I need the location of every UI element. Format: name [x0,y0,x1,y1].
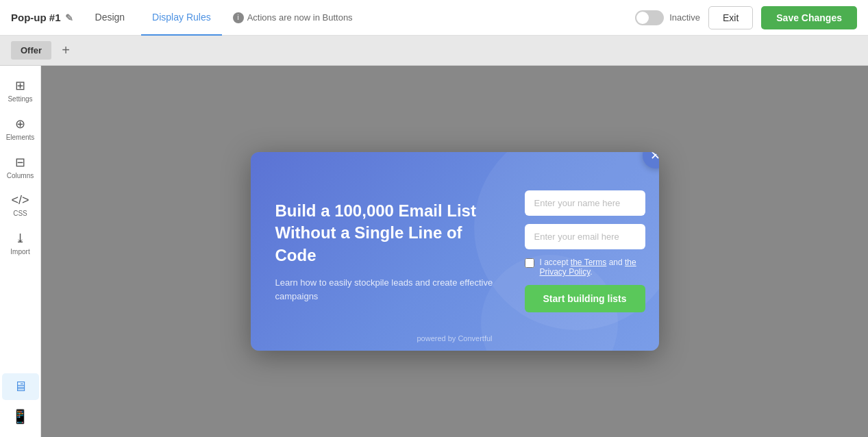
device-switchers: 🖥 📱 [2,373,39,437]
toggle-label: Inactive [669,12,700,23]
canvas[interactable]: Build a 100,000 Email List Without a Sin… [41,66,868,437]
add-offer-button[interactable]: + [57,42,75,60]
popup-right-panel: I accept the Terms and the Privacy Polic… [515,152,659,351]
columns-icon: ⊟ [15,155,25,170]
popup-title-text: Pop-up #1 [11,12,61,23]
popup-subtext: Learn how to easily stockpile leads and … [275,276,496,303]
mobile-view-button[interactable]: 📱 [2,403,39,430]
sidebar-item-import[interactable]: ⤓ Import [2,225,39,261]
terms-checkbox[interactable] [525,258,534,268]
actions-notice: i Actions are now in Buttons [233,12,353,23]
exit-button[interactable]: Exit [708,6,753,29]
popup-headline: Build a 100,000 Email List Without a Sin… [275,200,496,266]
sidebar-item-css[interactable]: </> CSS [2,188,39,223]
popup-modal: Build a 100,000 Email List Without a Sin… [251,152,659,351]
sidebar-item-settings[interactable]: ⊞ Settings [2,73,39,108]
tab-display-rules[interactable]: Display Rules [141,0,222,36]
terms-checkbox-row: I accept the Terms and the Privacy Polic… [525,258,645,277]
tab-design[interactable]: Design [84,0,136,36]
import-label: Import [10,248,29,255]
topbar: Pop-up #1 ✎ Design Display Rules i Actio… [0,0,868,36]
checkbox-text: I accept the Terms and the Privacy Polic… [540,258,645,277]
save-button[interactable]: Save Changes [761,6,857,29]
import-icon: ⤓ [15,231,25,246]
settings-icon: ⊞ [15,78,25,93]
active-toggle[interactable] [635,10,664,25]
main-area: ⊞ Settings ⊕ Elements ⊟ Columns </> CSS … [0,66,868,437]
mobile-icon: 📱 [12,408,29,425]
elements-icon: ⊕ [15,116,25,132]
offer-tab[interactable]: Offer [11,41,51,60]
settings-label: Settings [8,95,32,103]
active-toggle-wrap: Inactive [635,10,700,25]
desktop-view-button[interactable]: 🖥 [2,373,39,400]
popup-left-panel: Build a 100,000 Email List Without a Sin… [251,152,515,351]
topbar-right: Inactive Exit Save Changes [635,6,857,29]
desktop-icon: 🖥 [14,379,27,395]
info-icon: i [233,12,244,23]
offerbar: Offer + [0,36,868,66]
submit-button[interactable]: Start building lists [525,285,645,312]
name-input[interactable] [525,190,645,216]
css-label: CSS [13,210,27,217]
sidebar-item-elements[interactable]: ⊕ Elements [2,111,39,147]
css-icon: </> [11,193,29,208]
sidebar-item-columns[interactable]: ⊟ Columns [2,149,39,185]
terms-link[interactable]: the Terms [571,258,606,267]
elements-label: Elements [6,134,35,141]
columns-label: Columns [7,172,34,179]
email-input[interactable] [525,224,645,249]
sidebar: ⊞ Settings ⊕ Elements ⊟ Columns </> CSS … [0,66,41,437]
popup-modal-wrapper: Build a 100,000 Email List Without a Sin… [251,152,659,351]
popup-title-area: Pop-up #1 ✎ [11,12,73,23]
edit-title-icon[interactable]: ✎ [65,12,73,23]
